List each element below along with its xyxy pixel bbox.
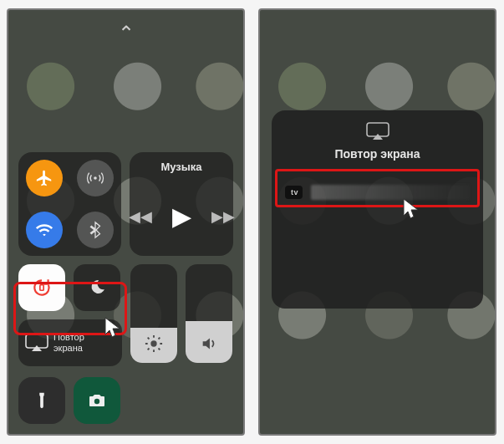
rotation-lock-tile[interactable] xyxy=(18,264,65,311)
previous-track-icon[interactable]: ◀◀ xyxy=(129,207,152,226)
mirroring-sheet-screenshot-right: Повтор экрана tv xyxy=(258,8,496,436)
volume-slider[interactable] xyxy=(186,264,232,363)
screen-mirroring-sheet: Повтор экрана tv xyxy=(272,110,483,309)
control-center: Музыка ◀◀ ▶ ▶▶ xyxy=(8,10,243,434)
airplay-icon xyxy=(366,122,389,140)
connectivity-panel[interactable] xyxy=(18,152,121,256)
do-not-disturb-tile[interactable] xyxy=(74,264,120,311)
flashlight-tile[interactable] xyxy=(18,377,65,424)
device-name-redacted xyxy=(311,185,470,200)
svg-line-9 xyxy=(159,349,160,350)
next-track-icon[interactable]: ▶▶ xyxy=(211,207,235,226)
airplane-mode-toggle[interactable] xyxy=(26,160,63,196)
control-center-screenshot-left: ⌃ Музыка ◀◀ xyxy=(7,8,245,436)
brightness-slider[interactable] xyxy=(130,264,177,363)
screen-mirroring-label: Повтор экрана xyxy=(53,332,84,353)
apple-tv-badge: tv xyxy=(285,186,303,199)
play-icon[interactable]: ▶ xyxy=(172,202,191,231)
bluetooth-toggle[interactable] xyxy=(77,212,114,248)
wifi-toggle[interactable] xyxy=(26,212,63,248)
camera-tile[interactable] xyxy=(74,377,120,424)
music-panel[interactable]: Музыка ◀◀ ▶ ▶▶ xyxy=(130,152,233,256)
svg-line-11 xyxy=(159,338,160,339)
svg-point-12 xyxy=(94,399,99,404)
svg-point-0 xyxy=(94,176,97,180)
cellular-data-toggle[interactable] xyxy=(77,160,114,196)
svg-line-10 xyxy=(148,349,150,350)
svg-line-8 xyxy=(148,338,150,339)
sheet-title: Повтор экрана xyxy=(334,147,420,161)
svg-point-3 xyxy=(150,340,156,346)
music-title: Музыка xyxy=(160,161,201,173)
svg-rect-1 xyxy=(40,285,43,291)
screen-mirroring-tile[interactable]: Повтор экрана xyxy=(18,319,122,366)
airplay-device-row[interactable]: tv xyxy=(280,176,475,209)
